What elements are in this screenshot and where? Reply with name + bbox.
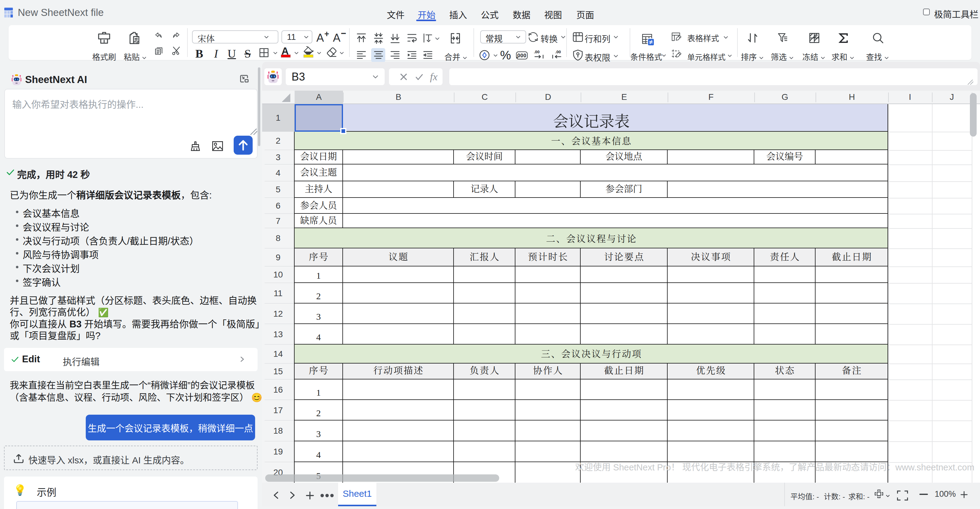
svg-text:.00: .00 <box>534 49 539 54</box>
svg-text:.00: .00 <box>555 49 561 54</box>
